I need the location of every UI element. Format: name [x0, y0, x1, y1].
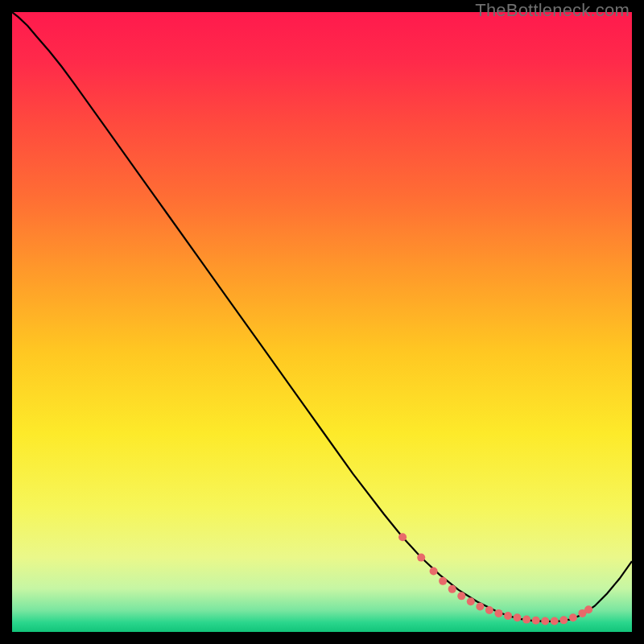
- marker-dot: [541, 617, 549, 625]
- marker-dot: [476, 602, 484, 610]
- marker-dot: [439, 577, 447, 585]
- marker-dot: [514, 613, 522, 621]
- marker-dot: [569, 613, 577, 621]
- marker-dot: [457, 592, 465, 600]
- marker-dot: [551, 617, 559, 625]
- marker-dot: [430, 568, 438, 576]
- marker-dot: [398, 533, 407, 541]
- marker-dot: [485, 606, 493, 614]
- marker-dot: [504, 612, 512, 620]
- marker-dot: [467, 597, 475, 605]
- marker-dot: [532, 617, 540, 625]
- marker-dot: [522, 616, 530, 624]
- marker-dot: [559, 616, 568, 624]
- chart-frame: [12, 12, 632, 632]
- marker-dot: [494, 609, 502, 617]
- marker-dot: [417, 554, 425, 562]
- chart-plot: [12, 12, 632, 632]
- marker-dot: [584, 605, 592, 613]
- gradient-background: [12, 12, 632, 632]
- marker-dot: [448, 585, 456, 593]
- watermark-text: TheBottleneck.com: [475, 0, 630, 21]
